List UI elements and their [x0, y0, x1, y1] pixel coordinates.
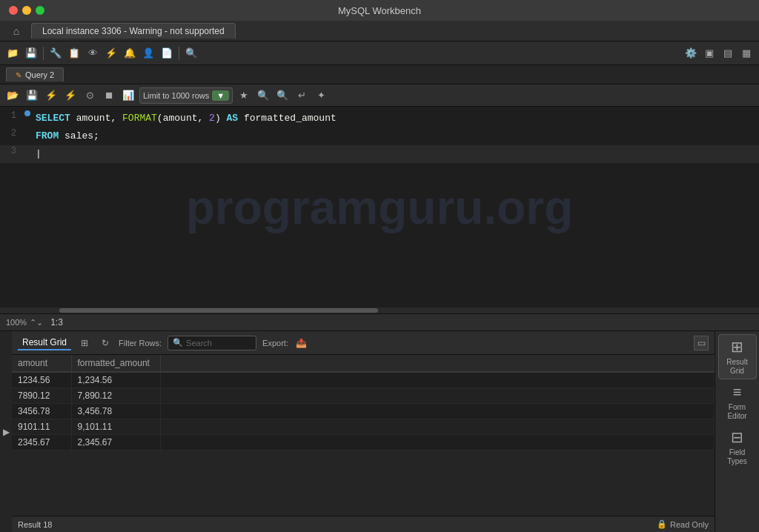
- table-cell-empty: [160, 435, 715, 450]
- layout3-icon[interactable]: ▦: [738, 45, 755, 61]
- zoom-arrow[interactable]: ⌃⌄: [30, 318, 43, 327]
- export-icon[interactable]: 📤: [294, 336, 309, 350]
- filter-rows-label: Filter Rows:: [119, 339, 162, 348]
- table-cell-1[interactable]: 3,456.78: [71, 404, 160, 419]
- result-status: Result 18 🔒 Read Only: [12, 516, 715, 532]
- query-tab[interactable]: ✎ Query 2: [6, 67, 64, 82]
- tab-label: Local instance 3306 - Warning - not supp…: [42, 26, 225, 36]
- query-toolbar: 📂 💾 ⚡ ⚡ ⊙ ⏹ 📊 Limit to 1000 rows ▼ ★ 🔍 🔍…: [0, 84, 759, 107]
- table-cell-0[interactable]: 3456.78: [12, 404, 71, 419]
- table-cell-0[interactable]: 7890.12: [12, 388, 71, 404]
- layout2-icon[interactable]: ▤: [720, 45, 736, 61]
- result-grid-panel-btn[interactable]: ⊞ ResultGrid: [718, 334, 757, 379]
- window-controls: [9, 6, 44, 15]
- layout1-icon[interactable]: ▣: [701, 45, 717, 61]
- grid-view-icon[interactable]: ⊞: [77, 336, 92, 350]
- menu-bar: ⌂ Local instance 3306 - Warning - not su…: [0, 21, 759, 41]
- collapse-button[interactable]: ▭: [694, 336, 709, 350]
- result-tbody: 1234.561,234.567890.127,890.123456.783,4…: [12, 372, 715, 450]
- open-script-icon[interactable]: 📂: [4, 87, 21, 104]
- form-editor-panel-btn[interactable]: ≡ FormEditor: [718, 381, 757, 424]
- run-all-icon[interactable]: ⚡: [62, 87, 79, 104]
- table-cell-0[interactable]: 1234.56: [12, 372, 71, 388]
- table-cell-1[interactable]: 1,234.56: [71, 372, 160, 388]
- search-box[interactable]: 🔍 Search: [168, 336, 256, 350]
- panel-expand-arrow[interactable]: ▶: [0, 331, 12, 532]
- zoom-value: 100%: [6, 318, 27, 327]
- table-row: 9101.119,101.11: [12, 419, 715, 435]
- zoom-control[interactable]: 100% ⌃⌄: [6, 318, 43, 327]
- table-cell-0[interactable]: 9101.11: [12, 419, 71, 435]
- main-area: programguru.org 1 SELECT amount, FORMAT(…: [0, 107, 759, 532]
- history-icon[interactable]: 🔍: [255, 87, 271, 104]
- title-bar: MySQL Workbench: [0, 0, 759, 21]
- query-tab-label: Query 2: [25, 70, 54, 79]
- refresh-icon[interactable]: ↻: [98, 336, 113, 350]
- editor-scrollbar[interactable]: [0, 307, 759, 313]
- search-placeholder: Search: [186, 339, 212, 348]
- line-num-1: 1: [0, 110, 22, 121]
- result-grid-tab[interactable]: Result Grid: [18, 336, 71, 350]
- col-header-empty: [160, 355, 715, 372]
- user-icon[interactable]: 👤: [140, 45, 156, 61]
- run-icon[interactable]: ⚡: [43, 87, 59, 104]
- field-types-label: FieldTypes: [727, 448, 747, 466]
- results-toolbar: Result Grid ⊞ ↻ Filter Rows: 🔍 Search Ex…: [12, 331, 715, 355]
- field-types-panel-btn[interactable]: ⊟ FieldTypes: [718, 425, 757, 469]
- form-editor-label: FormEditor: [727, 403, 746, 421]
- word-wrap-icon[interactable]: ↵: [294, 87, 310, 104]
- maximize-button[interactable]: [36, 6, 44, 15]
- limit-dropdown[interactable]: ▼: [212, 90, 229, 101]
- limit-select[interactable]: Limit to 1000 rows ▼: [139, 87, 233, 104]
- code-line-3: 3 |: [0, 145, 759, 163]
- lock-icon: 🔒: [657, 519, 667, 529]
- schema-icon[interactable]: 🔧: [47, 45, 64, 61]
- table-cell-empty: [160, 404, 715, 419]
- minimize-button[interactable]: [22, 6, 31, 15]
- find-icon[interactable]: 🔍: [274, 87, 291, 104]
- folder-icon[interactable]: 📁: [4, 45, 21, 61]
- data-table-wrapper: amount formatted_amount 1234.561,234.567…: [12, 355, 715, 516]
- table-row: 7890.127,890.12: [12, 388, 715, 404]
- query2-icon[interactable]: 📄: [159, 45, 175, 61]
- main-toolbar: 📁 💾 🔧 📋 👁 ⚡ 🔔 👤 📄 🔍 ⚙️ ▣ ▤ ▦: [0, 41, 759, 65]
- read-only-label: Read Only: [670, 520, 709, 529]
- trigger-icon[interactable]: 🔔: [122, 45, 138, 61]
- scroll-thumb[interactable]: [59, 308, 378, 313]
- query-tab-bar: ✎ Query 2: [0, 65, 759, 84]
- close-button[interactable]: [9, 6, 18, 15]
- table-cell-0[interactable]: 2345.67: [12, 435, 71, 450]
- editor-area[interactable]: programguru.org 1 SELECT amount, FORMAT(…: [0, 107, 759, 307]
- results-main: Result Grid ⊞ ↻ Filter Rows: 🔍 Search Ex…: [12, 331, 715, 532]
- home-button[interactable]: ⌂: [6, 23, 27, 39]
- table-cell-1[interactable]: 9,101.11: [71, 419, 160, 435]
- inspect-icon[interactable]: 🔍: [183, 45, 199, 61]
- code-editor[interactable]: 1 SELECT amount, FORMAT(amount, 2) AS fo…: [0, 107, 759, 166]
- cursor-position: 1:3: [50, 317, 63, 327]
- stop-icon[interactable]: ⏹: [101, 87, 117, 104]
- table-icon[interactable]: 📋: [66, 45, 82, 61]
- settings-icon[interactable]: ⚙️: [683, 45, 699, 61]
- result-grid-icon: ⊞: [731, 338, 743, 356]
- instance-tab[interactable]: Local instance 3306 - Warning - not supp…: [31, 23, 236, 39]
- search-icon: 🔍: [173, 338, 183, 348]
- table-cell-1[interactable]: 7,890.12: [71, 388, 160, 404]
- view-icon[interactable]: 👁: [84, 45, 101, 61]
- editor-status: 100% ⌃⌄ 1:3: [0, 313, 759, 331]
- field-types-icon: ⊟: [731, 428, 743, 446]
- save-script-icon[interactable]: 💾: [24, 87, 40, 104]
- line-code-2: FROM sales;: [33, 128, 759, 144]
- table-cell-1[interactable]: 2,345.67: [71, 435, 160, 450]
- explain-icon[interactable]: 📊: [120, 87, 136, 104]
- watermark: programguru.org: [186, 180, 574, 235]
- run-selection-icon[interactable]: ⊙: [82, 87, 98, 104]
- limit-label: Limit to 1000 rows: [143, 91, 209, 100]
- line-code-1: SELECT amount, FORMAT(amount, 2) AS form…: [33, 110, 759, 127]
- proc-icon[interactable]: ⚡: [103, 45, 119, 61]
- beautify-icon[interactable]: ✦: [313, 87, 329, 104]
- save-icon[interactable]: 💾: [23, 45, 39, 61]
- result-count: Result 18: [18, 520, 52, 529]
- table-row: 3456.783,456.78: [12, 404, 715, 419]
- line-code-3[interactable]: |: [33, 146, 759, 162]
- bookmark-icon[interactable]: ★: [236, 87, 252, 104]
